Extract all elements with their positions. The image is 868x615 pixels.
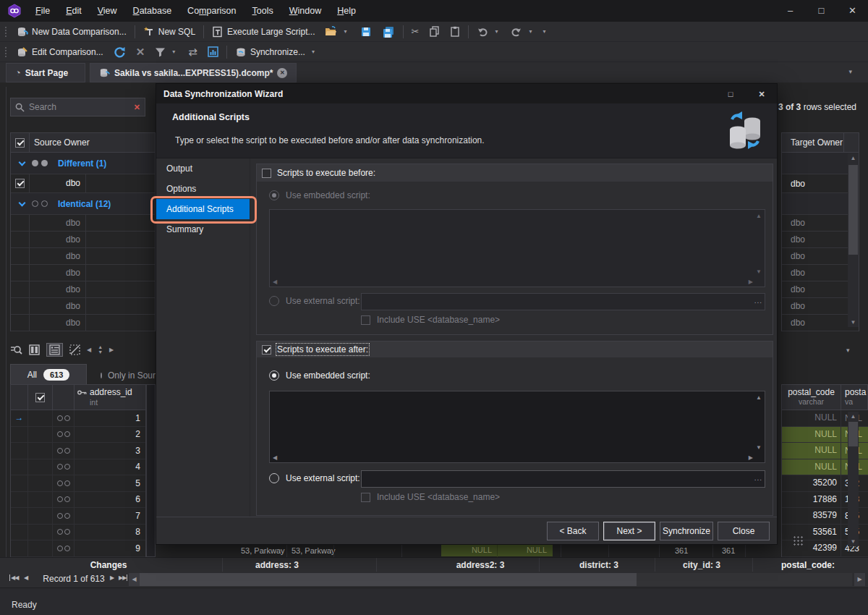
- swap-source-target-button[interactable]: ⇄: [183, 43, 203, 61]
- row-checkbox[interactable]: [11, 298, 30, 314]
- row-checkbox[interactable]: [11, 248, 30, 264]
- undo-button[interactable]: ▾: [472, 23, 506, 41]
- dialog-maximize-icon[interactable]: □: [725, 88, 736, 100]
- embedded-script-option[interactable]: Use embedded script:: [269, 370, 370, 381]
- postal-code-column-header[interactable]: postal_code varchar: [782, 385, 841, 410]
- tab-overflow-icon[interactable]: ▾: [848, 68, 852, 75]
- redo-button[interactable]: ▾: [506, 23, 540, 41]
- embedded-script-option[interactable]: Use embedded script:: [269, 190, 370, 200]
- address-grid-row[interactable]: 6: [11, 492, 145, 509]
- next-record-button[interactable]: ▶: [110, 574, 114, 581]
- address-grid-row[interactable]: 9: [11, 540, 145, 557]
- row-checkbox[interactable]: [28, 410, 53, 426]
- external-script-path-input[interactable]: ...: [361, 470, 765, 488]
- row-checkbox[interactable]: [28, 525, 53, 540]
- scroll-left-icon[interactable]: ◀: [273, 454, 277, 461]
- menu-edit[interactable]: Edit: [58, 0, 90, 22]
- row-checkbox[interactable]: [11, 174, 30, 192]
- scroll-down-icon[interactable]: ▼: [848, 538, 859, 545]
- menu-window[interactable]: Window: [281, 0, 329, 22]
- synchronize-button[interactable]: Synchronize: [660, 522, 713, 540]
- hscroll-right-icon[interactable]: ▶: [854, 573, 865, 586]
- scroll-up-icon[interactable]: ▲: [756, 213, 762, 219]
- address-grid-row[interactable]: 7: [11, 508, 145, 525]
- dialog-close-icon[interactable]: ✕: [756, 88, 767, 100]
- open-dropdown-icon[interactable]: ▾: [341, 28, 349, 35]
- toolbar-grip[interactable]: [4, 26, 7, 38]
- prev-record-button[interactable]: ◀: [24, 574, 27, 581]
- scrollbar-thumb[interactable]: [848, 422, 858, 446]
- external-script-option[interactable]: Use external script:: [269, 296, 360, 306]
- synchronize-dropdown-icon[interactable]: ▾: [309, 48, 318, 55]
- menu-database[interactable]: Database: [125, 0, 180, 22]
- address-grid-row[interactable]: →1: [11, 410, 145, 427]
- tab-document-sakila[interactable]: Sakila vs sakila...EXPRESS15).dcomp* ✕: [90, 63, 297, 82]
- prev-difference-icon[interactable]: ◀: [87, 347, 91, 353]
- close-button[interactable]: ✕: [837, 0, 868, 22]
- scrollbar-thumb[interactable]: [848, 165, 858, 255]
- jump-difference-icon[interactable]: ▲▼: [98, 344, 103, 355]
- address-grid-row[interactable]: 4: [11, 459, 145, 476]
- hscrollbar-track[interactable]: [140, 573, 852, 586]
- scroll-up-icon[interactable]: ▲: [756, 394, 762, 401]
- embedded-script-textarea[interactable]: ▲ ▼ ◀ ▶: [269, 391, 765, 463]
- postal-grid-scrollbar[interactable]: ▲ ▼: [848, 412, 859, 546]
- edit-comparison-button[interactable]: Edit Comparison...: [12, 43, 109, 61]
- row-checkbox[interactable]: [11, 215, 30, 231]
- source-table-row[interactable]: dbo: [11, 215, 155, 232]
- postal-code-column-header-2[interactable]: posta va: [841, 385, 867, 410]
- address-grid-row[interactable]: 2: [11, 427, 145, 444]
- undo-dropdown-icon[interactable]: ▾: [492, 28, 501, 35]
- toolbar-grip[interactable]: [4, 46, 7, 58]
- include-use-checkbox[interactable]: [361, 315, 370, 325]
- wizard-nav-output[interactable]: Output: [156, 158, 250, 179]
- no-highlight-icon[interactable]: [69, 344, 80, 355]
- tab-all-records[interactable]: All 613: [10, 364, 87, 385]
- back-button[interactable]: < Back: [547, 522, 599, 540]
- source-table-row[interactable]: dbo: [11, 315, 155, 331]
- wizard-nav-additional-scripts[interactable]: Additional Scripts: [156, 199, 250, 219]
- address-grid-row[interactable]: 3: [11, 443, 145, 459]
- tab-start-page[interactable]: ◔ Start Page: [6, 63, 85, 82]
- scroll-left-icon[interactable]: ◀: [273, 279, 277, 285]
- synchronize-button[interactable]: Synchronize... ▾: [230, 43, 323, 61]
- include-use-option[interactable]: Include USE <database_name>: [361, 315, 500, 325]
- scripts-after-checkbox[interactable]: [262, 345, 271, 355]
- row-checkbox[interactable]: [28, 443, 53, 459]
- row-checkbox[interactable]: [28, 508, 53, 524]
- source-table-row[interactable]: dbo: [11, 281, 155, 298]
- split-view-icon[interactable]: [29, 344, 40, 355]
- menu-tools[interactable]: Tools: [244, 0, 281, 22]
- source-table-row[interactable]: dbo: [11, 248, 155, 265]
- new-sql-button[interactable]: New SQL: [138, 23, 200, 41]
- external-script-option[interactable]: Use external script:: [269, 473, 360, 483]
- source-table-row[interactable]: dbo: [11, 265, 155, 281]
- address-grid-scrollbar-track[interactable]: [146, 384, 156, 557]
- row-checkbox[interactable]: [28, 475, 53, 491]
- source-owner-column-header[interactable]: Source Owner: [30, 137, 90, 148]
- scroll-right-icon[interactable]: ▶: [749, 454, 753, 461]
- scroll-right-icon[interactable]: ▶: [749, 279, 753, 285]
- tab-close-icon[interactable]: ✕: [277, 68, 287, 78]
- row-checkbox[interactable]: [28, 492, 53, 508]
- include-use-checkbox[interactable]: [361, 493, 370, 502]
- filter-button[interactable]: ▾: [150, 43, 183, 61]
- row-checkbox[interactable]: [28, 459, 53, 475]
- source-table-row[interactable]: dbo: [11, 174, 155, 193]
- wizard-nav-options[interactable]: Options: [156, 179, 250, 199]
- row-checkbox[interactable]: [11, 281, 30, 297]
- copy-button[interactable]: [424, 23, 445, 41]
- save-button[interactable]: [355, 23, 377, 41]
- paste-button[interactable]: [445, 23, 465, 41]
- browse-button[interactable]: ...: [754, 297, 762, 305]
- tab-only-in-source[interactable]: Only in Source: [88, 366, 156, 385]
- menu-file[interactable]: File: [27, 0, 58, 22]
- address-grid-row[interactable]: 5: [11, 475, 145, 492]
- new-data-comparison-button[interactable]: New Data Comparison...: [12, 23, 132, 41]
- next-button[interactable]: Next >: [603, 522, 655, 540]
- minimize-button[interactable]: –: [775, 0, 806, 22]
- stop-button[interactable]: ✕: [131, 43, 150, 61]
- row-checkbox[interactable]: [11, 232, 30, 247]
- select-all-rows-checkbox[interactable]: [28, 385, 53, 410]
- open-file-button[interactable]: ▾: [320, 23, 354, 41]
